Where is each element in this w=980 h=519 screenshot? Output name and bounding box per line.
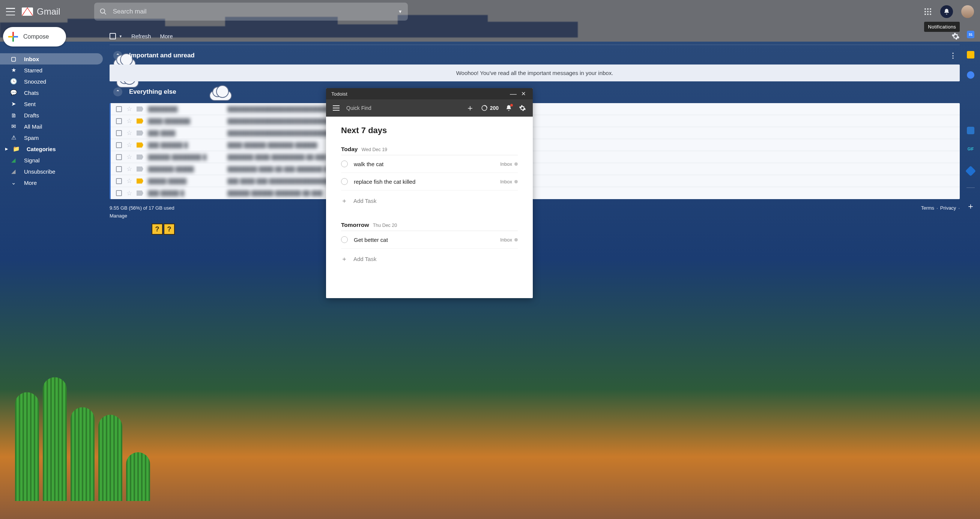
mail-row[interactable]: ☆███ ███████████████████████████████████… (111, 127, 960, 139)
search-box[interactable]: ▼ (94, 3, 408, 21)
importance-marker[interactable] (137, 154, 143, 160)
row-checkbox[interactable] (116, 118, 122, 124)
mail-row[interactable]: ☆████ ██████████████████████████████████… (111, 115, 960, 127)
task-project[interactable]: Inbox (500, 237, 518, 243)
select-dropdown-icon[interactable]: ▼ (119, 35, 123, 38)
mail-row[interactable]: ☆███████████████████████████████████████… (111, 103, 960, 115)
dropbox-addon-icon[interactable] (966, 166, 976, 176)
mail-row[interactable]: ☆███ ██████ █████ ██████ ███████ ██████ (111, 139, 960, 151)
trello-addon-icon[interactable] (967, 127, 974, 134)
star-icon[interactable]: ☆ (126, 129, 132, 137)
main-menu-button[interactable] (6, 8, 15, 15)
importance-marker[interactable] (137, 178, 143, 184)
section-important: ⌃ Important and unread ⋮ (110, 45, 960, 65)
row-checkbox[interactable] (116, 178, 122, 184)
row-checkbox[interactable] (116, 190, 122, 196)
star-icon[interactable]: ☆ (126, 117, 132, 125)
row-checkbox[interactable] (116, 166, 122, 172)
todoist-settings-icon[interactable] (519, 105, 526, 112)
gif-addon-icon[interactable]: GIF (967, 147, 974, 154)
gmail-logo[interactable]: Gmail (22, 6, 60, 17)
star-icon[interactable]: ☆ (126, 141, 132, 149)
sidebar-item-inbox[interactable]: ▢Inbox (0, 53, 103, 65)
search-input[interactable] (113, 8, 392, 15)
add-addon-button[interactable]: ＋ (966, 201, 975, 212)
todoist-day-header: Today Wed Dec 19 (341, 146, 518, 155)
row-checkbox[interactable] (116, 130, 122, 136)
task-checkbox[interactable] (341, 178, 348, 185)
star-icon[interactable]: ☆ (126, 165, 132, 173)
star-icon[interactable]: ☆ (126, 189, 132, 197)
todoist-quick-find[interactable] (346, 105, 429, 111)
todoist-day-header: Tomorrow Thu Dec 20 (341, 222, 518, 231)
star-icon[interactable]: ☆ (126, 153, 132, 161)
sidebar-item-sent[interactable]: ➤Sent (0, 98, 103, 110)
mail-row[interactable]: ☆███████ █████████████ ████ ██ ███ █████… (111, 163, 960, 175)
add-task-button[interactable]: ＋ Add Task (341, 190, 518, 216)
sidebar-item-starred[interactable]: ★Starred (0, 65, 103, 76)
todoist-titlebar[interactable]: Todoist — ✕ (326, 88, 533, 99)
importance-marker[interactable] (137, 119, 143, 124)
mail-row[interactable]: ☆██████ ████████ ████████ ████ █████████… (111, 151, 960, 163)
task-project[interactable]: Inbox (500, 179, 518, 184)
task-checkbox[interactable] (341, 236, 348, 243)
select-all-checkbox[interactable] (110, 33, 116, 40)
todoist-task[interactable]: replace fish the cat killed Inbox (341, 173, 518, 190)
terms-link[interactable]: Terms (921, 205, 934, 219)
todoist-task[interactable]: walk the cat Inbox (341, 155, 518, 173)
importance-marker[interactable] (137, 106, 143, 112)
sidebar-item-signal[interactable]: ◢Signal (0, 154, 103, 166)
compose-button[interactable]: Compose (3, 27, 66, 46)
sidebar-item-unsubscribe[interactable]: ◢Unsubscribe (0, 166, 103, 177)
more-button[interactable]: More (160, 33, 173, 40)
todoist-task[interactable]: Get better cat Inbox (341, 231, 518, 249)
star-icon[interactable]: ☆ (126, 105, 132, 113)
mail-row[interactable]: ☆███ █████ ███████ ██████ ███████ ██ ███ (111, 187, 960, 199)
search-icon[interactable] (99, 8, 107, 15)
sidebar-item-chats[interactable]: 💬Chats (0, 87, 103, 98)
svg-point-5 (924, 11, 926, 13)
row-checkbox[interactable] (116, 142, 122, 148)
refresh-button[interactable]: Refresh (131, 33, 151, 40)
apps-grid-icon[interactable] (924, 8, 932, 16)
row-checkbox[interactable] (116, 106, 122, 112)
notifications-button[interactable] (940, 5, 953, 18)
importance-marker[interactable] (137, 130, 143, 136)
account-avatar[interactable] (961, 5, 974, 18)
settings-gear-icon[interactable] (951, 32, 960, 41)
todoist-add-icon[interactable]: ＋ (466, 102, 474, 114)
importance-marker[interactable] (137, 190, 143, 196)
calendar-addon-icon[interactable] (967, 31, 974, 38)
collapse-toggle[interactable]: ⌃ (113, 87, 123, 96)
todoist-body: Next 7 days Today Wed Dec 19 walk the ca… (326, 117, 533, 298)
todoist-menu-icon[interactable] (333, 105, 340, 111)
task-checkbox[interactable] (341, 160, 348, 167)
sidebar-item-more[interactable]: ⌄More (0, 177, 103, 188)
star-icon[interactable]: ☆ (126, 177, 132, 185)
close-button[interactable]: ✕ (520, 90, 528, 97)
importance-marker[interactable] (137, 143, 143, 148)
privacy-link[interactable]: Privacy (940, 205, 956, 219)
manage-storage-link[interactable]: Manage (110, 213, 175, 219)
add-task-button[interactable]: ＋ Add Task (341, 249, 518, 274)
section-more-icon[interactable]: ⋮ (950, 51, 956, 60)
minimize-button[interactable]: — (507, 90, 520, 98)
karma-icon[interactable]: 200 (481, 105, 499, 111)
mail-row[interactable]: ☆█████ ████████ ████ ███ ███████████████… (111, 175, 960, 187)
tasks-addon-icon[interactable] (967, 71, 974, 79)
sidebar-item-drafts[interactable]: 🗎Drafts (0, 110, 103, 121)
sidebar-item-allmail[interactable]: ✉All Mail (0, 121, 103, 132)
sidebar-item-categories[interactable]: ▶📁Categories (0, 143, 103, 154)
keep-addon-icon[interactable] (967, 51, 974, 59)
row-checkbox[interactable] (116, 154, 122, 160)
project-dot-icon (514, 180, 518, 183)
day-label: Tomorrow (341, 222, 369, 229)
sidebar-item-spam[interactable]: ⚠Spam (0, 132, 103, 143)
sidebar-item-snoozed[interactable]: 🕓Snoozed (0, 76, 103, 87)
importance-marker[interactable] (137, 167, 143, 172)
collapse-toggle[interactable]: ⌃ (113, 51, 123, 60)
task-project[interactable]: Inbox (500, 161, 518, 167)
search-options-dropdown-icon[interactable]: ▼ (398, 9, 402, 14)
label-icon: ◢ (10, 168, 17, 175)
todoist-notifications-icon[interactable] (505, 105, 512, 111)
